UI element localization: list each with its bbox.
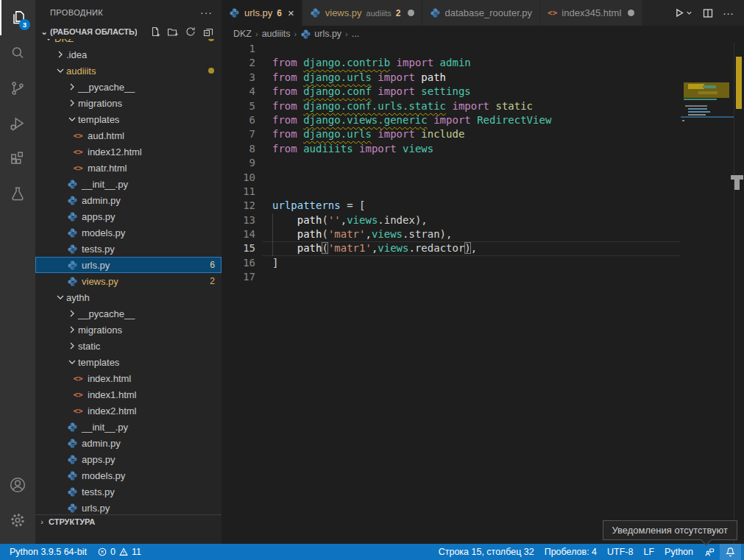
tree-item-admin-py[interactable]: admin.py <box>35 192 222 208</box>
code-line-3[interactable]: from django.urls import path <box>263 71 681 85</box>
tree-item-tests-py[interactable]: tests.py <box>35 241 222 257</box>
code-token: , <box>341 214 347 226</box>
tab-urls-py[interactable]: urls.py6× <box>222 0 302 26</box>
tree-item--init-py[interactable]: __init__.py <box>35 419 222 435</box>
refresh-icon[interactable] <box>185 26 196 38</box>
tab-index345-html[interactable]: <>index345.html <box>540 0 642 26</box>
tree-item-models-py[interactable]: models.py <box>35 467 222 483</box>
code-line-10[interactable] <box>263 171 681 185</box>
code-line-5[interactable]: from django.conf.urls.static import stat… <box>263 99 681 113</box>
problems-indicator[interactable]: 0 11 <box>92 544 146 560</box>
tree-item-index-html[interactable]: <>index.html <box>35 370 222 386</box>
cursor-position[interactable]: Строка 15, столбец 32 <box>433 544 539 560</box>
tree-item-label: __init__.py <box>82 179 128 190</box>
activity-testing[interactable] <box>0 177 35 212</box>
tree-item-urls-py[interactable]: urls.py <box>35 500 222 515</box>
workspace-section-header[interactable]: ⌄ (РАБОЧАЯ ОБЛАСТЬ) ... <box>35 24 222 39</box>
python-interpreter[interactable]: Python 3.9.5 64-bit <box>4 544 92 560</box>
tree-item-templates[interactable]: templates <box>35 111 222 127</box>
code-line-1[interactable] <box>263 42 681 56</box>
activity-run-debug[interactable] <box>0 106 35 141</box>
close-tab-icon[interactable]: × <box>288 7 294 18</box>
feedback-button[interactable] <box>698 544 720 560</box>
tree-item-audiiits[interactable]: audiiits <box>35 63 222 79</box>
sidebar-more-actions[interactable]: ··· <box>200 7 213 18</box>
python-file-icon <box>66 276 78 287</box>
code-editor[interactable]: 1234567891011121314151617 from django.co… <box>222 42 744 544</box>
tree-item-tests-py[interactable]: tests.py <box>35 483 222 500</box>
more-actions-icon[interactable]: ··· <box>723 7 734 19</box>
breadcrumb-item--[interactable]: ... <box>352 29 359 39</box>
new-file-icon[interactable] <box>149 26 161 38</box>
encoding-setting[interactable]: UTF-8 <box>602 544 638 560</box>
new-folder-icon[interactable] <box>167 26 179 38</box>
tree-item-urls-py[interactable]: urls.py6 <box>35 257 222 273</box>
scrollbar-handle-stem[interactable] <box>734 180 740 190</box>
code-line-15[interactable]: path('matr1',views.redactor), <box>263 241 681 255</box>
code-line-2[interactable]: from django.contrib import admin <box>263 56 681 70</box>
chevron-right-icon: › <box>35 517 49 526</box>
split-editor-icon[interactable] <box>702 7 714 19</box>
tree-item--init-py[interactable]: __init__.py <box>35 176 222 192</box>
notifications-bell[interactable] <box>720 544 741 560</box>
breadcrumb-item-DKZ[interactable]: DKZ <box>233 29 252 39</box>
code-line-12[interactable]: urlpatterns = [ <box>263 199 681 213</box>
eol-setting[interactable]: LF <box>638 544 659 560</box>
tree-item-apps-py[interactable]: apps.py <box>35 208 222 224</box>
tree-item-index12-html[interactable]: <>index12.html <box>35 143 222 160</box>
code-line-11[interactable] <box>263 185 681 199</box>
line-number: 1 <box>222 42 255 56</box>
tree-item-index1-html[interactable]: <>index1.html <box>35 386 222 403</box>
language-mode[interactable]: Python <box>659 544 698 560</box>
activity-extensions[interactable] <box>0 141 35 177</box>
tree-item--pycache-[interactable]: __pycache__ <box>35 79 222 95</box>
tree-item-aythh[interactable]: aythh <box>35 289 222 305</box>
tree-item-admin-py[interactable]: admin.py <box>35 435 222 451</box>
activity-explorer[interactable]: 3 <box>0 0 35 35</box>
outline-section-header[interactable]: › СТРУКТУРА <box>35 515 222 528</box>
code-token: from <box>272 128 303 140</box>
tree-item-static[interactable]: static <box>35 338 222 354</box>
tree-item-matr-html[interactable]: <>matr.html <box>35 160 222 176</box>
tree-item-index2-html[interactable]: <>index2.html <box>35 403 222 419</box>
code-line-9[interactable] <box>263 156 681 170</box>
tree-item-migrations[interactable]: migrations <box>35 95 222 111</box>
tree-item-aud-html[interactable]: <>aud.html <box>35 127 222 143</box>
activity-source-control[interactable] <box>0 71 35 106</box>
tree-item--idea[interactable]: .idea <box>35 46 222 63</box>
code-line-17[interactable] <box>263 270 681 284</box>
code-line-6[interactable]: from django.views.generic import Redirec… <box>263 113 681 127</box>
python-version-label: Python 3.9.5 64-bit <box>10 547 87 557</box>
code-line-14[interactable]: path('matr',views.stran), <box>263 227 681 241</box>
breadcrumb-item-urls-py[interactable]: urls.py <box>300 29 341 40</box>
html-file-icon: <> <box>548 8 557 18</box>
problem-count-badge: 2 <box>210 276 215 286</box>
tree-item-views-py[interactable]: views.py2 <box>35 273 222 289</box>
tree-item-migrations[interactable]: migrations <box>35 322 222 338</box>
minimap[interactable] <box>681 82 734 544</box>
code-line-13[interactable]: path('',views.index), <box>263 213 681 227</box>
tree-item--pycache-[interactable]: __pycache__ <box>35 305 222 322</box>
line-number-gutter: 1234567891011121314151617 <box>222 42 255 285</box>
code-line-4[interactable]: from django.conf import settings <box>263 85 681 99</box>
tree-item-models-py[interactable]: models.py <box>35 224 222 241</box>
breadcrumb-separator: › <box>294 29 297 38</box>
tree-item-templates[interactable]: templates <box>35 354 222 370</box>
indentation-setting[interactable]: Пробелов: 4 <box>539 544 602 560</box>
code-line-7[interactable]: from django.urls import include <box>263 127 681 141</box>
code-line-16[interactable]: ] <box>263 256 681 270</box>
run-button[interactable] <box>673 7 693 19</box>
activity-search[interactable] <box>0 35 35 71</box>
breadcrumb-item-audiiits[interactable]: audiiits <box>262 29 291 39</box>
tree-item-DKZ[interactable]: DKZ <box>35 39 222 46</box>
tab-views-py[interactable]: views.pyaudiiits2 <box>302 0 422 26</box>
code-line-8[interactable]: from audiiits import views <box>263 142 681 156</box>
tree-item-label: aud.html <box>88 130 124 141</box>
activity-settings[interactable] <box>0 503 35 538</box>
activity-account[interactable] <box>0 467 35 503</box>
tab-database-roouter-py[interactable]: database_roouter.py <box>422 0 541 26</box>
html-file-icon: <> <box>72 406 84 416</box>
tree-item-apps-py[interactable]: apps.py <box>35 451 222 467</box>
collapse-all-icon[interactable] <box>202 26 214 38</box>
tree-item-label: audiiits <box>66 65 96 77</box>
